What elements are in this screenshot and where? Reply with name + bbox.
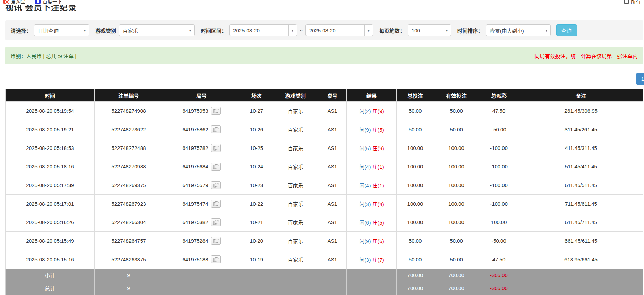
cell-total-bet[interactable]: 100.00 <box>397 157 434 176</box>
banker-result: 庄(4) <box>373 201 384 207</box>
cell-time: 2025-08-20 05:16:26 <box>6 213 95 232</box>
banker-result: 庄(5) <box>373 220 384 226</box>
cell-bet-id: 522748273622 <box>95 120 163 139</box>
cell-total-bet[interactable]: 50.00 <box>397 102 434 120</box>
cell-round-id: 641975862 <box>163 120 240 139</box>
bookmark-label: 百度一下 <box>43 0 62 4</box>
date-to-value: 2025-08-20 <box>306 25 364 36</box>
cell-remark: 611.45/711.45 <box>519 213 643 232</box>
total-label: 总计 <box>6 282 95 295</box>
cell-remark: 613.95/661.45 <box>519 250 643 269</box>
cell-session: 10-20 <box>240 232 273 250</box>
table-row: 2025-08-20 05:19:54 522748274908 6419759… <box>6 102 643 120</box>
cell-table-no: AS1 <box>318 232 347 250</box>
subtotal-label: 小计 <box>6 269 95 282</box>
bet-records-table: 时间 注单编号 局号 场次 游戏类别 桌号 结果 总投注 有效投注 总派彩 备注… <box>5 89 643 295</box>
bookmark-aitaobao[interactable]: 爱淘宝 <box>3 0 25 4</box>
view-result-button[interactable] <box>211 255 221 263</box>
cell-valid-bet: 100.00 <box>434 176 479 195</box>
sort-value: 降幂(由大到小) <box>486 25 542 36</box>
cell-total-bet[interactable]: 50.00 <box>397 120 434 139</box>
cell-result: 闲(9)庄(6) <box>347 232 397 250</box>
round-number: 641975579 <box>182 182 208 188</box>
cell-game-type: 百家乐 <box>273 250 318 269</box>
cell-result: 闲(4)庄(1) <box>347 176 397 195</box>
cell-session: 10-21 <box>240 213 273 232</box>
sort-select[interactable]: 降幂(由大到小) ▼ <box>486 24 551 36</box>
cell-result: 闲(3)庄(4) <box>347 195 397 213</box>
view-result-button[interactable] <box>211 181 221 189</box>
cell-table-no: AS1 <box>318 102 347 120</box>
view-result-button[interactable] <box>211 200 221 208</box>
cell-session: 10-25 <box>240 139 273 157</box>
game-type-label: 游戏类别 <box>95 27 116 34</box>
cell-valid-bet: 100.00 <box>434 157 479 176</box>
banker-result: 庄(9) <box>373 145 384 151</box>
col-bet-id: 注单编号 <box>95 89 163 102</box>
cell-round-id: 641975953 <box>163 102 240 120</box>
round-number: 641975188 <box>182 256 208 262</box>
player-result: 闲(3) <box>359 257 371 263</box>
cards-icon <box>213 127 219 132</box>
chevron-down-icon: ▼ <box>542 25 550 36</box>
all-bookmarks-button[interactable]: 所有 <box>624 0 641 4</box>
cell-total-bet[interactable]: 50.00 <box>397 232 434 250</box>
cell-game-type: 百家乐 <box>273 232 318 250</box>
cell-payout: -100.00 <box>479 139 519 157</box>
game-type-select[interactable]: 百家乐 ▼ <box>119 24 195 36</box>
cell-session: 10-27 <box>240 102 273 120</box>
page-title-area: 视讯 会员下注纪录 <box>0 5 644 15</box>
cell-result: 闲(4)庄(1) <box>347 157 397 176</box>
cell-table-no: AS1 <box>318 195 347 213</box>
cell-total-bet[interactable]: 100.00 <box>397 176 434 195</box>
table-row: 2025-08-20 05:16:26 522748266304 6419753… <box>6 213 643 232</box>
view-result-button[interactable] <box>211 125 221 133</box>
cell-total-bet[interactable]: 100.00 <box>397 139 434 157</box>
player-result: 闲(2) <box>359 108 371 114</box>
sort-label: 时间排序： <box>457 27 483 34</box>
table-row: 2025-08-20 05:15:16 522748263375 6419751… <box>6 250 643 269</box>
cards-icon <box>213 146 219 151</box>
cell-valid-bet: 50.00 <box>434 102 479 120</box>
bookmark-baidu[interactable]: 百度一下 <box>35 0 62 4</box>
date-from-select[interactable]: 2025-08-20 ▼ <box>229 24 297 36</box>
search-button[interactable]: 查询 <box>556 24 577 36</box>
view-result-button[interactable] <box>211 218 221 226</box>
round-number: 641975953 <box>182 108 208 114</box>
banker-result: 庄(9) <box>373 108 384 114</box>
view-result-button[interactable] <box>211 237 221 245</box>
view-result-button[interactable] <box>211 144 221 152</box>
cell-time: 2025-08-20 05:17:01 <box>6 195 95 213</box>
subtotal-valid-bet: 700.00 <box>434 269 479 282</box>
cell-bet-id: 522748267923 <box>95 195 163 213</box>
page-button-1[interactable]: 1 <box>636 73 644 85</box>
cell-game-type: 百家乐 <box>273 176 318 195</box>
table-body: 2025-08-20 05:19:54 522748274908 6419759… <box>6 102 643 269</box>
cell-bet-id: 522748266304 <box>95 213 163 232</box>
total-valid-bet: 700.00 <box>434 282 479 295</box>
cell-total-bet[interactable]: 100.00 <box>397 195 434 213</box>
view-result-button[interactable] <box>211 107 221 115</box>
col-game-type: 游戏类别 <box>273 89 318 102</box>
round-number: 641975284 <box>182 238 208 244</box>
player-result: 闲(9) <box>359 238 371 244</box>
round-number: 641975474 <box>182 201 208 207</box>
page-size-select[interactable]: 100 ▼ <box>408 24 451 36</box>
col-round-id: 局号 <box>163 89 240 102</box>
cell-bet-id: 522748264757 <box>95 232 163 250</box>
total-payout: -305.00 <box>479 282 519 295</box>
view-result-button[interactable] <box>211 163 221 171</box>
query-type-select[interactable]: 日期查询 ▼ <box>34 24 89 36</box>
date-to-select[interactable]: 2025-08-20 ▼ <box>305 24 373 36</box>
col-session: 场次 <box>240 89 273 102</box>
grand-total-row: 总计 9 700.00 700.00 -305.00 <box>6 282 643 295</box>
cell-time: 2025-08-20 05:19:21 <box>6 120 95 139</box>
cell-total-bet[interactable]: 100.00 <box>397 213 434 232</box>
cell-total-bet[interactable]: 50.00 <box>397 250 434 269</box>
round-number: 641975382 <box>182 219 208 225</box>
cell-session: 10-24 <box>240 157 273 176</box>
all-bookmarks-label: 所有 <box>631 0 641 4</box>
chevron-down-icon: ▼ <box>364 25 373 36</box>
cell-time: 2025-08-20 05:18:16 <box>6 157 95 176</box>
table-row: 2025-08-20 05:17:39 522748269375 6419755… <box>6 176 643 195</box>
